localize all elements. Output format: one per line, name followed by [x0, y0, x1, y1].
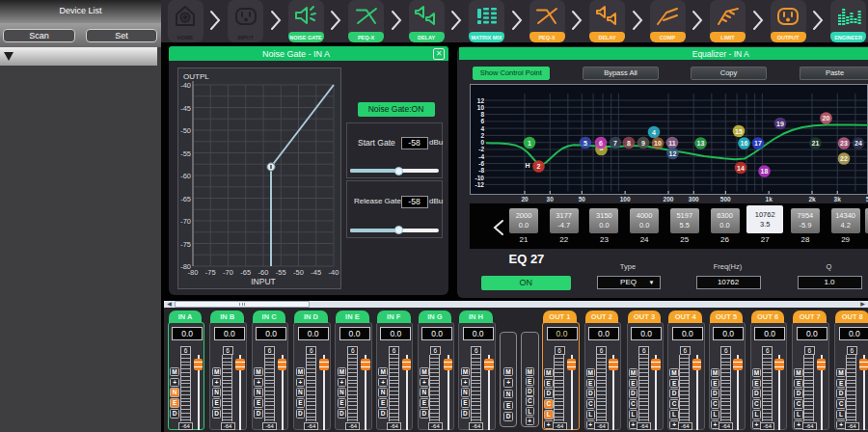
svg-text:500: 500	[720, 196, 731, 202]
svg-text:10: 10	[654, 140, 662, 147]
svg-text:1: 1	[528, 140, 531, 147]
svg-text:-45: -45	[180, 104, 191, 113]
svg-text:-70: -70	[180, 217, 191, 226]
svg-text:100: 100	[620, 196, 631, 202]
svg-text:14: 14	[737, 165, 745, 172]
svg-text:7: 7	[613, 140, 617, 147]
svg-text:11: 11	[668, 140, 676, 147]
svg-text:-10: -10	[475, 175, 485, 181]
svg-text:2k: 2k	[808, 196, 816, 202]
svg-text:8: 8	[627, 140, 631, 147]
svg-text:-40: -40	[329, 268, 339, 277]
svg-text:15: 15	[735, 128, 743, 135]
svg-text:30: 30	[547, 196, 555, 202]
svg-text:H: H	[525, 162, 529, 169]
svg-text:21: 21	[812, 140, 820, 147]
svg-text:300: 300	[689, 196, 699, 202]
svg-text:1k: 1k	[766, 196, 773, 202]
svg-text:0: 0	[480, 139, 484, 146]
svg-text:INPUT: INPUT	[251, 277, 276, 286]
svg-text:8: 8	[480, 111, 484, 118]
svg-text:-80: -80	[188, 268, 199, 277]
svg-text:-8: -8	[478, 167, 484, 174]
svg-text:17: 17	[754, 140, 762, 147]
svg-text:2: 2	[480, 132, 484, 139]
svg-text:12: 12	[669, 150, 677, 157]
svg-text:19: 19	[776, 121, 784, 127]
svg-text:-65: -65	[180, 195, 191, 203]
svg-text:9: 9	[641, 140, 645, 147]
svg-text:OUTPL: OUTPL	[183, 72, 209, 81]
svg-text:-60: -60	[180, 172, 191, 180]
svg-text:-70: -70	[223, 268, 233, 277]
svg-text:-2: -2	[478, 146, 484, 152]
svg-text:-55: -55	[180, 149, 191, 158]
svg-text:3k: 3k	[834, 196, 842, 202]
svg-text:20: 20	[521, 196, 529, 202]
svg-text:-4: -4	[478, 153, 484, 160]
svg-text:-60: -60	[258, 268, 269, 277]
svg-text:-50: -50	[293, 268, 304, 277]
svg-text:-40: -40	[180, 81, 191, 90]
svg-text:200: 200	[664, 196, 674, 202]
svg-text:2: 2	[537, 163, 541, 170]
svg-text:20: 20	[823, 115, 830, 122]
svg-text:6: 6	[480, 118, 484, 124]
svg-text:5: 5	[583, 140, 587, 147]
svg-text:-6: -6	[478, 160, 484, 167]
svg-text:6: 6	[599, 140, 603, 147]
svg-text:-55: -55	[276, 268, 286, 277]
svg-text:4: 4	[480, 125, 484, 132]
svg-text:-75: -75	[180, 240, 191, 249]
svg-text:22: 22	[840, 155, 848, 162]
svg-text:18: 18	[761, 168, 769, 175]
svg-text:13: 13	[697, 140, 705, 147]
svg-text:-50: -50	[180, 126, 191, 135]
svg-text:50: 50	[579, 196, 586, 202]
svg-text:-12: -12	[475, 181, 485, 188]
svg-text:12: 12	[477, 97, 485, 104]
svg-text:-65: -65	[240, 268, 251, 277]
svg-text:23: 23	[840, 140, 848, 147]
svg-text:-75: -75	[205, 268, 216, 277]
svg-text:24: 24	[854, 140, 862, 147]
svg-text:16: 16	[741, 140, 748, 147]
svg-text:-45: -45	[311, 268, 321, 277]
svg-text:4: 4	[652, 129, 656, 136]
svg-text:10: 10	[477, 104, 485, 111]
